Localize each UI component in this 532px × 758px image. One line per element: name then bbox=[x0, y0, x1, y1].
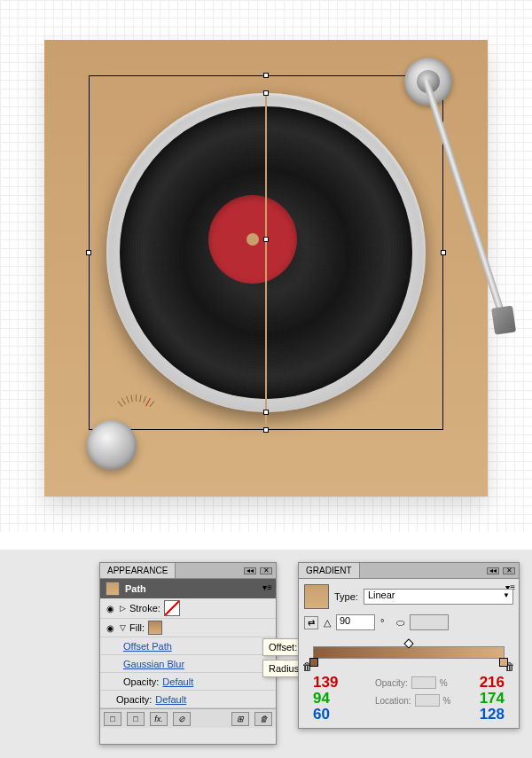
appearance-footer: □ □ fx. ⊘ ⊞ 🗑 bbox=[100, 708, 276, 728]
offset-path-link[interactable]: Offset Path bbox=[123, 641, 172, 652]
duplicate-icon[interactable]: ⊞ bbox=[231, 712, 249, 726]
control-knob bbox=[87, 420, 137, 470]
fill-swatch-icon[interactable] bbox=[148, 621, 162, 635]
opacity-label: Opacity: bbox=[123, 676, 159, 687]
opacity-value-link[interactable]: Default bbox=[162, 676, 193, 687]
gradient-slider[interactable] bbox=[313, 646, 505, 659]
new-art-icon[interactable]: □ bbox=[104, 712, 121, 726]
selection-handle[interactable] bbox=[263, 73, 269, 78]
stop-opacity-input[interactable] bbox=[411, 676, 436, 689]
gradient-stop-right[interactable] bbox=[499, 658, 508, 667]
turntable-group bbox=[106, 93, 426, 412]
stroke-row[interactable]: ◉ ▷ Stroke: bbox=[100, 598, 276, 619]
left-stop-rgb: 139 94 60 bbox=[313, 675, 338, 723]
gradient-panel[interactable]: GRADIENT ◂◂ ✕ ▾≡ Type: Linear ⇄ △ 90 ° ⬭ bbox=[298, 562, 520, 729]
turntable-artboard bbox=[44, 40, 488, 496]
tab-gradient[interactable]: GRADIENT bbox=[299, 563, 360, 578]
panel-dock-area: APPEARANCE ◂◂ ✕ ▾≡ Path ◉ ▷ Stroke: ◉ ▽ … bbox=[0, 550, 532, 758]
reverse-gradient-icon[interactable]: ⇄ bbox=[304, 616, 318, 629]
no-stroke-swatch-icon[interactable] bbox=[164, 600, 180, 616]
object-swatch-icon bbox=[106, 582, 120, 596]
degree-icon: ° bbox=[380, 617, 384, 628]
fill-label: Fill: bbox=[129, 622, 145, 633]
gradient-preview-swatch[interactable] bbox=[304, 584, 329, 609]
selection-anchor[interactable] bbox=[441, 250, 446, 255]
panel-collapse-icon[interactable]: ◂◂ bbox=[487, 567, 499, 574]
clear-icon[interactable]: ⊘ bbox=[173, 712, 191, 726]
fill-opacity-row[interactable]: Opacity: Default bbox=[100, 673, 276, 691]
selection-anchor[interactable] bbox=[86, 250, 91, 255]
tonearm-head bbox=[491, 306, 516, 335]
gradient-stop-left[interactable] bbox=[309, 658, 318, 667]
stop-location-input[interactable] bbox=[415, 694, 440, 707]
panel-tab-bar: APPEARANCE ◂◂ ✕ bbox=[100, 563, 276, 579]
aspect-ratio-icon: ⬭ bbox=[396, 617, 404, 629]
opacity-value-link[interactable]: Default bbox=[155, 694, 186, 705]
right-stop-rgb: 216 174 128 bbox=[480, 675, 505, 723]
stroke-label: Stroke: bbox=[129, 603, 160, 613]
collapse-icon[interactable]: ▽ bbox=[120, 623, 126, 632]
selection-handle[interactable] bbox=[263, 237, 269, 242]
opacity-label: Opacity: bbox=[116, 694, 152, 705]
object-opacity-row[interactable]: Opacity: Default bbox=[100, 691, 276, 708]
effect-row-blur[interactable]: Gaussian Blur bbox=[100, 655, 276, 673]
stop-opacity-location: Opacity:% Location:% bbox=[375, 676, 451, 707]
expand-icon[interactable]: ▷ bbox=[120, 604, 126, 613]
angle-input[interactable]: 90 bbox=[336, 614, 375, 630]
panel-tab-bar: GRADIENT ◂◂ ✕ bbox=[299, 563, 519, 579]
type-label: Type: bbox=[334, 591, 358, 602]
add-stroke-icon[interactable]: □ bbox=[127, 712, 145, 726]
aspect-input[interactable] bbox=[410, 614, 449, 630]
panel-menu-icon[interactable]: ▾≡ bbox=[262, 582, 272, 592]
object-type-label: Path bbox=[125, 583, 146, 594]
trash-icon[interactable]: 🗑 bbox=[254, 712, 272, 726]
effect-row-offset[interactable]: Offset Path bbox=[100, 637, 276, 655]
selection-bounding-box[interactable] bbox=[89, 75, 443, 430]
angle-icon: △ bbox=[324, 617, 331, 629]
add-effect-icon[interactable]: fx. bbox=[150, 712, 168, 726]
panel-close-icon[interactable]: ✕ bbox=[260, 567, 272, 574]
panel-collapse-icon[interactable]: ◂◂ bbox=[244, 567, 256, 574]
fill-row[interactable]: ◉ ▽ Fill: bbox=[100, 619, 276, 637]
visibility-icon[interactable]: ◉ bbox=[104, 621, 116, 634]
panel-close-icon[interactable]: ✕ bbox=[503, 567, 515, 574]
gaussian-blur-link[interactable]: Gaussian Blur bbox=[123, 659, 184, 669]
selection-anchor[interactable] bbox=[263, 90, 269, 96]
appearance-object-header: Path bbox=[100, 579, 276, 598]
tab-appearance[interactable]: APPEARANCE bbox=[100, 563, 176, 578]
selection-anchor[interactable] bbox=[263, 410, 269, 415]
selection-handle[interactable] bbox=[263, 427, 269, 433]
appearance-panel[interactable]: APPEARANCE ◂◂ ✕ ▾≡ Path ◉ ▷ Stroke: ◉ ▽ … bbox=[99, 562, 277, 745]
gradient-midpoint-handle[interactable] bbox=[403, 638, 413, 648]
visibility-icon[interactable]: ◉ bbox=[104, 602, 116, 614]
gradient-type-select[interactable]: Linear bbox=[364, 589, 513, 605]
canvas-grid[interactable] bbox=[0, 0, 532, 532]
